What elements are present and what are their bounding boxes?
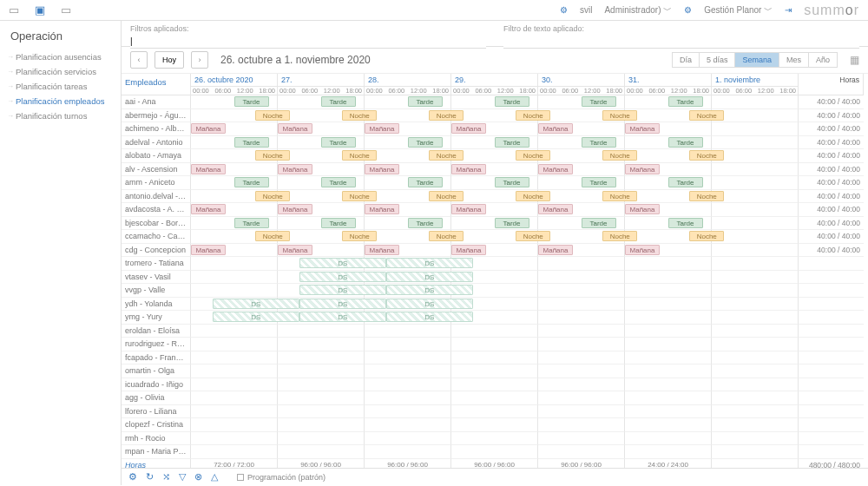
day-cell[interactable]: Mañana (278, 163, 365, 177)
day-cell[interactable]: Tarde (365, 136, 451, 150)
day-cell[interactable]: DS (278, 298, 365, 312)
day-cell[interactable]: Mañana (625, 122, 712, 136)
day-cell[interactable]: Noche (625, 109, 712, 123)
day-cell[interactable]: Mañana (365, 203, 451, 217)
day-cell[interactable]: Mañana (278, 203, 365, 217)
day-cell[interactable]: Noche (538, 149, 625, 163)
day-cell[interactable]: DS (191, 311, 278, 325)
shift-tarde[interactable]: Tarde (321, 137, 356, 148)
day-cell[interactable] (712, 244, 799, 258)
day-cell[interactable] (712, 136, 799, 150)
day-cell[interactable]: Noche (365, 149, 451, 163)
day-header[interactable]: 30. (538, 74, 625, 87)
day-cell[interactable] (712, 271, 799, 285)
day-cell[interactable] (625, 391, 712, 405)
shift-tarde[interactable]: Tarde (234, 137, 269, 148)
employee-name[interactable]: omartin - Olga (122, 364, 191, 378)
day-cell[interactable] (712, 109, 799, 123)
day-cell[interactable] (625, 418, 712, 432)
employee-name[interactable]: alobato - Amaya (122, 149, 191, 163)
day-cell[interactable] (712, 176, 799, 190)
day-cell[interactable] (712, 284, 799, 298)
day-cell[interactable] (365, 378, 451, 392)
day-cell[interactable]: Tarde (538, 217, 625, 231)
day-header[interactable]: 27. (278, 74, 365, 87)
shift-tarde[interactable]: Tarde (582, 137, 616, 148)
day-cell[interactable]: Tarde (191, 95, 278, 109)
day-cell[interactable] (625, 284, 712, 298)
day-cell[interactable]: Noche (365, 109, 451, 123)
day-cell[interactable] (538, 284, 625, 298)
day-cell[interactable] (712, 257, 799, 271)
day-cell[interactable]: Noche (365, 230, 451, 244)
employee-name[interactable]: ccamacho - Carlos (122, 230, 191, 244)
day-cell[interactable] (191, 351, 278, 365)
day-cell[interactable] (625, 445, 712, 459)
day-cell[interactable] (712, 364, 799, 378)
day-cell[interactable] (191, 445, 278, 459)
day-cell[interactable]: DS (365, 298, 451, 312)
shift-tarde[interactable]: Tarde (495, 177, 529, 187)
day-cell[interactable]: Mañana (365, 122, 451, 136)
day-cell[interactable]: Tarde (451, 176, 538, 190)
day-cell[interactable] (538, 271, 625, 285)
view-btn[interactable]: Día (672, 52, 700, 68)
day-cell[interactable] (365, 418, 451, 432)
shift-tarde[interactable]: Tarde (234, 218, 269, 228)
day-cell[interactable]: Tarde (538, 95, 625, 109)
day-cell[interactable]: Tarde (625, 136, 712, 150)
day-cell[interactable] (451, 378, 538, 392)
day-cell[interactable] (278, 378, 365, 392)
day-cell[interactable] (278, 445, 365, 459)
shift-mañana[interactable]: Mañana (538, 245, 573, 255)
day-cell[interactable] (538, 418, 625, 432)
view-btn[interactable]: Mes (779, 52, 809, 68)
day-cell[interactable]: Mañana (278, 122, 365, 136)
day-cell[interactable]: Noche (538, 190, 625, 204)
day-cell[interactable] (191, 271, 278, 285)
day-cell[interactable] (538, 257, 625, 271)
day-cell[interactable]: DS (191, 298, 278, 312)
day-cell[interactable] (538, 311, 625, 325)
day-cell[interactable]: Mañana (278, 244, 365, 258)
day-cell[interactable] (365, 445, 451, 459)
day-cell[interactable] (538, 405, 625, 419)
day-cell[interactable] (625, 257, 712, 271)
shift-tarde[interactable]: Tarde (321, 218, 356, 228)
day-cell[interactable] (451, 391, 538, 405)
day-cell[interactable] (451, 432, 538, 446)
day-header[interactable]: 31. (625, 74, 712, 87)
day-cell[interactable] (365, 338, 451, 351)
day-cell[interactable] (625, 364, 712, 378)
day-cell[interactable] (278, 351, 365, 365)
employee-name[interactable]: rurodriguez - Ruben (122, 338, 191, 351)
shift-tarde[interactable]: Tarde (234, 177, 269, 187)
grid-icon[interactable]: ▦ (850, 54, 859, 66)
shift-mañana[interactable]: Mañana (191, 164, 226, 174)
day-cell[interactable] (712, 405, 799, 419)
day-cell[interactable]: Tarde (365, 176, 451, 190)
folder-icon[interactable]: ▭ (9, 3, 19, 16)
view-btn[interactable]: Semana (734, 52, 779, 68)
day-cell[interactable]: Tarde (191, 176, 278, 190)
day-header[interactable]: 26. octubre 2020 (191, 74, 278, 87)
day-header[interactable]: 29. (451, 74, 538, 87)
shift-mañana[interactable]: Mañana (625, 164, 660, 174)
day-cell[interactable] (625, 378, 712, 392)
day-cell[interactable]: Mañana (451, 122, 538, 136)
day-cell[interactable]: Noche (191, 149, 278, 163)
day-cell[interactable]: Mañana (538, 163, 625, 177)
day-cell[interactable]: Tarde (538, 136, 625, 150)
day-cell[interactable] (538, 325, 625, 338)
day-cell[interactable]: Noche (191, 190, 278, 204)
day-cell[interactable] (278, 391, 365, 405)
shift-tarde[interactable]: Tarde (495, 218, 529, 228)
day-cell[interactable]: Noche (278, 109, 365, 123)
employee-name[interactable]: tromero - Tatiana (122, 257, 191, 271)
day-cell[interactable] (278, 405, 365, 419)
day-header[interactable]: 1. noviembre (712, 74, 799, 87)
day-cell[interactable] (191, 364, 278, 378)
day-cell[interactable] (451, 418, 538, 432)
day-cell[interactable] (712, 149, 799, 163)
view-btn[interactable]: 5 días (699, 52, 736, 68)
